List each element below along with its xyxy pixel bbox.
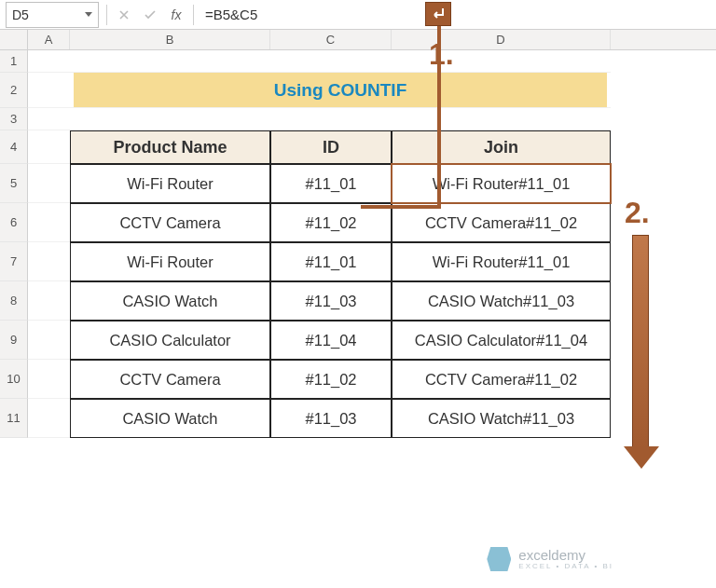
header-id[interactable]: ID [270,130,392,164]
cell-id[interactable]: #11_02 [270,203,392,242]
cell[interactable] [70,50,270,73]
cell-join-selected[interactable]: Wi-Fi Router#11_01 [392,164,611,203]
formula-input[interactable]: =B5&C5 [198,2,716,28]
cell[interactable] [270,108,392,130]
row-header[interactable]: 2 [0,73,28,108]
cell[interactable] [70,108,270,130]
divider [193,5,194,25]
cell-id[interactable]: #11_01 [270,164,392,203]
formula-bar: D5 fx =B5&C5 [0,0,716,30]
cell[interactable] [392,50,611,73]
cell[interactable] [28,108,70,130]
cell-product[interactable]: CASIO Watch [70,399,270,438]
watermark: exceldemy EXCEL • DATA • BI [487,547,613,571]
cell[interactable] [28,242,70,281]
cell[interactable] [28,50,70,73]
cell[interactable] [28,281,70,321]
name-box-dropdown-icon[interactable] [85,12,92,17]
row-10: 10 CCTV Camera #11_02 CCTV Camera#11_02 [0,360,716,399]
cell-id[interactable]: #11_04 [270,321,392,360]
row-header[interactable]: 9 [0,321,28,360]
row-header[interactable]: 10 [0,360,28,399]
select-all-corner[interactable] [0,30,28,49]
row-header[interactable]: 4 [0,130,28,164]
title-banner-cell[interactable]: Using COUNTIF [70,73,611,108]
name-box[interactable]: D5 [6,2,99,28]
cell-join[interactable]: Wi-Fi Router#11_01 [392,242,611,281]
cell-join[interactable]: CCTV Camera#11_02 [392,360,611,399]
spreadsheet-grid: A B C D 1 2 Using COUNTIF 3 4 [0,30,716,588]
insert-function-button[interactable]: fx [163,2,189,28]
column-header-a[interactable]: A [28,30,70,49]
annotation-step-2: 2. [625,196,650,230]
row-7: 7 Wi-Fi Router #11_01 Wi-Fi Router#11_01 [0,242,716,281]
cell-product[interactable]: CCTV Camera [70,360,270,399]
row-header[interactable]: 7 [0,242,28,281]
column-header-b[interactable]: B [70,30,270,49]
cell[interactable] [28,203,70,242]
row-header[interactable]: 6 [0,203,28,242]
cell-join[interactable]: CCTV Camera#11_02 [392,203,611,242]
cell-join[interactable]: CASIO Calculator#11_04 [392,321,611,360]
row-3: 3 [0,108,716,130]
annotation-enter-key-icon [425,2,451,26]
cell-id[interactable]: #11_03 [270,281,392,321]
watermark-name: exceldemy [518,548,613,562]
cell-join[interactable]: CASIO Watch#11_03 [392,399,611,438]
cell-id[interactable]: #11_02 [270,360,392,399]
annotation-step-1: 1. [429,37,454,72]
cell[interactable] [28,321,70,360]
banner-title: Using COUNTIF [74,73,607,107]
grid-rows: 1 2 Using COUNTIF 3 4 Product Name ID J [0,50,716,438]
enter-formula-button[interactable] [137,2,163,28]
cell-product[interactable]: CASIO Watch [70,281,270,321]
row-2: 2 Using COUNTIF [0,73,716,108]
divider [106,5,107,25]
row-6: 6 CCTV Camera #11_02 CCTV Camera#11_02 [0,203,716,242]
column-headers: A B C D [0,30,716,50]
cell[interactable] [270,50,392,73]
row-header[interactable]: 11 [0,399,28,438]
header-join[interactable]: Join [392,130,611,164]
row-11: 11 CASIO Watch #11_03 CASIO Watch#11_03 [0,399,716,438]
name-box-value: D5 [12,7,29,22]
formula-text: =B5&C5 [205,7,257,22]
cell[interactable] [28,130,70,164]
header-product-name[interactable]: Product Name [70,130,270,164]
cell[interactable] [28,73,70,108]
row-header[interactable]: 8 [0,281,28,321]
row-5: 5 Wi-Fi Router #11_01 Wi-Fi Router#11_01 [0,164,716,203]
watermark-logo-icon [487,547,511,571]
cell[interactable] [28,399,70,438]
row-header[interactable]: 1 [0,50,28,73]
cell[interactable] [392,108,611,130]
cancel-formula-button[interactable] [111,2,137,28]
row-4: 4 Product Name ID Join [0,130,716,164]
column-header-c[interactable]: C [270,30,392,49]
cell-product[interactable]: Wi-Fi Router [70,164,270,203]
cell-id[interactable]: #11_03 [270,399,392,438]
watermark-tagline: EXCEL • DATA • BI [518,562,613,570]
row-header[interactable]: 3 [0,108,28,130]
cell-product[interactable]: Wi-Fi Router [70,242,270,281]
row-8: 8 CASIO Watch #11_03 CASIO Watch#11_03 [0,281,716,321]
row-9: 9 CASIO Calculator #11_04 CASIO Calculat… [0,321,716,360]
cell-join[interactable]: CASIO Watch#11_03 [392,281,611,321]
cell[interactable] [28,360,70,399]
row-header[interactable]: 5 [0,164,28,203]
cell-product[interactable]: CCTV Camera [70,203,270,242]
row-1: 1 [0,50,716,73]
cell-id[interactable]: #11_01 [270,242,392,281]
column-header-d[interactable]: D [392,30,611,49]
cell-product[interactable]: CASIO Calculator [70,321,270,360]
cell[interactable] [28,164,70,203]
annotation-fill-down-arrow-icon [632,235,649,449]
